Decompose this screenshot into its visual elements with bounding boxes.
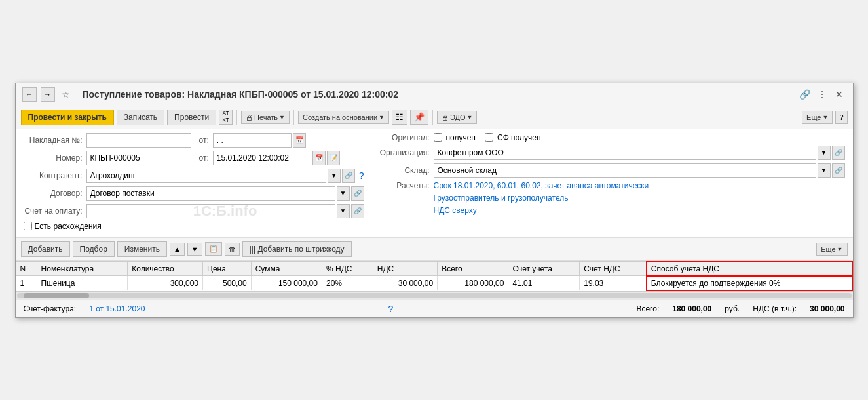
back-button[interactable]: ← (22, 87, 37, 102)
vsego-value: 180 000,00 (672, 304, 711, 313)
window-title: Поступление товаров: Накладная КПБП-0000… (83, 89, 794, 100)
more-button[interactable]: Еще ▼ (802, 111, 833, 124)
dogovor-input-group: ▼ 🔗 (86, 186, 364, 201)
clip-icon-button[interactable]: 📌 (410, 110, 428, 125)
nds-total-label: НДС (в т.ч.): (753, 304, 797, 313)
raschety-row: Расчеты: Срок 18.01.2020, 60.01, 60.02, … (377, 181, 845, 190)
nakladnaya-input[interactable] (86, 133, 191, 148)
dogovor-label: Договор: (24, 189, 83, 198)
org-dropdown-icon[interactable]: ▼ (818, 146, 831, 160)
org-open-icon[interactable]: 🔗 (832, 146, 845, 160)
cell-nds-method: Блокируется до подтверждения 0% (647, 276, 852, 290)
at-kt-button[interactable]: АТКТ (219, 110, 233, 125)
title-bar: ← → ☆ Поступление товаров: Накладная КПБ… (16, 83, 853, 106)
ot-input[interactable] (213, 133, 292, 148)
table-row[interactable]: 1 Пшеница 300,000 500,00 150 000,00 20% … (16, 276, 852, 290)
left-column: Накладная №: от: 📅 Номер: от: 📅 (24, 133, 364, 233)
sklad-input-group: ▼ 🔗 (434, 163, 845, 178)
cell-n: 1 (16, 276, 37, 290)
original-label: Оригинал: (377, 133, 430, 142)
col-sum: Сумма (251, 262, 322, 276)
sep1 (236, 110, 237, 125)
change-button[interactable]: Изменить (117, 241, 167, 257)
ot-calendar-icon[interactable]: 📅 (293, 133, 306, 148)
nomer-input[interactable] (86, 151, 191, 165)
est-rasxozhdeniya-checkbox[interactable] (24, 222, 32, 230)
schet-input[interactable] (86, 204, 335, 218)
add-button[interactable]: Добавить (21, 241, 70, 257)
sf-checkbox[interactable] (485, 133, 493, 142)
cell-sum: 150 000,00 (251, 276, 322, 290)
gruz-link[interactable]: Грузоотправитель и грузополучатель (434, 193, 569, 203)
post-button[interactable]: Провести (167, 110, 216, 125)
schet-row: Счет на оплату: ▼ 🔗 1С:Б.info (24, 204, 364, 218)
star-icon[interactable]: ☆ (59, 87, 73, 102)
print-button[interactable]: 🖨 Печать ▼ (241, 111, 290, 124)
save-button[interactable]: Записать (117, 110, 164, 125)
post-close-button[interactable]: Провести и закрыть (21, 110, 114, 125)
basis-dropdown-arrow: ▼ (379, 114, 385, 121)
close-icon[interactable]: ✕ (832, 87, 846, 102)
copy-row-button[interactable]: 📋 (205, 242, 222, 256)
vsego-label: Всего: (636, 304, 659, 313)
cell-nds: 30 000,00 (373, 276, 437, 290)
schet-faktura-link[interactable]: 1 от 15.01.2020 (89, 304, 145, 313)
kontragent-input[interactable] (86, 169, 326, 183)
schet-open-icon[interactable]: 🔗 (351, 204, 364, 218)
status-bar: Счет-фактура: 1 от 15.01.2020 ? Всего: 1… (16, 300, 853, 317)
help-button[interactable]: ? (835, 111, 847, 124)
down-button[interactable]: ▼ (187, 243, 202, 256)
create-basis-button[interactable]: Создать на основании ▼ (298, 111, 389, 124)
toolbar: Провести и закрыть Записать Провести АТК… (16, 106, 853, 129)
nomer-calendar-icon[interactable]: 📅 (312, 151, 326, 165)
col-n: N (16, 262, 37, 276)
link-icon[interactable]: 🔗 (798, 87, 812, 102)
form-section: Накладная №: от: 📅 Номер: от: 📅 (16, 129, 853, 237)
edo-button[interactable]: 🖨 ЭДО ▼ (437, 111, 477, 124)
scrollbar-thumb (24, 293, 89, 298)
window-controls: 🔗 ⋮ ✕ (798, 87, 846, 102)
more-icon[interactable]: ⋮ (815, 87, 829, 102)
schet-dropdown-icon[interactable]: ▼ (337, 204, 350, 218)
table-icon-button[interactable]: ☷ (392, 110, 407, 125)
dogovor-dropdown-icon[interactable]: ▼ (337, 186, 350, 201)
up-button[interactable]: ▲ (170, 243, 185, 256)
delete-row-button[interactable]: 🗑 (225, 243, 240, 256)
polucen-label: получен (446, 133, 476, 142)
rub-label: руб. (725, 304, 740, 313)
org-input[interactable] (434, 146, 816, 160)
horizontal-scrollbar[interactable] (16, 292, 853, 300)
schet-label: Счет на оплату: (24, 207, 83, 216)
forward-button[interactable]: → (41, 87, 55, 102)
nomer-label: Номер: (24, 153, 83, 163)
dogovor-row: Договор: ▼ 🔗 (24, 186, 364, 201)
col-account: Счет учета (508, 262, 580, 276)
raschety-link[interactable]: Срок 18.01.2020, 60.01, 60.02, зачет ава… (434, 181, 649, 190)
nds-sverhu-link[interactable]: НДС сверху (434, 206, 477, 215)
goods-table: N Номенклатура Количество Цена Сумма % Н… (16, 261, 853, 291)
kontragent-input-group: ▼ 🔗 (86, 169, 355, 183)
kontragent-dropdown-icon[interactable]: ▼ (328, 169, 341, 183)
add-barcode-button[interactable]: ||| Добавить по штрихкоду (242, 241, 352, 257)
nomer-ot-input[interactable] (213, 151, 311, 165)
sklad-row: Склад: ▼ 🔗 (377, 163, 845, 178)
dogovor-open-icon[interactable]: 🔗 (351, 186, 364, 201)
kontragent-help-icon[interactable]: ? (359, 170, 364, 181)
dogovor-input[interactable] (86, 186, 335, 201)
sklad-open-icon[interactable]: 🔗 (832, 163, 845, 178)
sklad-input[interactable] (434, 163, 816, 178)
nomer-copy-icon[interactable]: 📝 (327, 151, 340, 165)
kontragent-open-icon[interactable]: 🔗 (342, 169, 355, 183)
col-nds: НДС (373, 262, 437, 276)
ot-input-group: 📅 (213, 133, 306, 148)
edo-dropdown-arrow: ▼ (467, 114, 473, 121)
table-more-button[interactable]: Еще ▼ (816, 243, 847, 256)
selection-button[interactable]: Подбор (73, 241, 115, 257)
col-nds-account: Счет НДС (580, 262, 647, 276)
status-help-icon[interactable]: ? (388, 304, 394, 314)
kontragent-row: Контрагент: ▼ 🔗 ? (24, 169, 364, 183)
table-toolbar: Добавить Подбор Изменить ▲ ▼ 📋 🗑 ||| Доб… (16, 237, 853, 261)
polucen-checkbox[interactable] (434, 133, 442, 142)
status-center: ? (158, 304, 623, 314)
sklad-dropdown-icon[interactable]: ▼ (818, 163, 831, 178)
